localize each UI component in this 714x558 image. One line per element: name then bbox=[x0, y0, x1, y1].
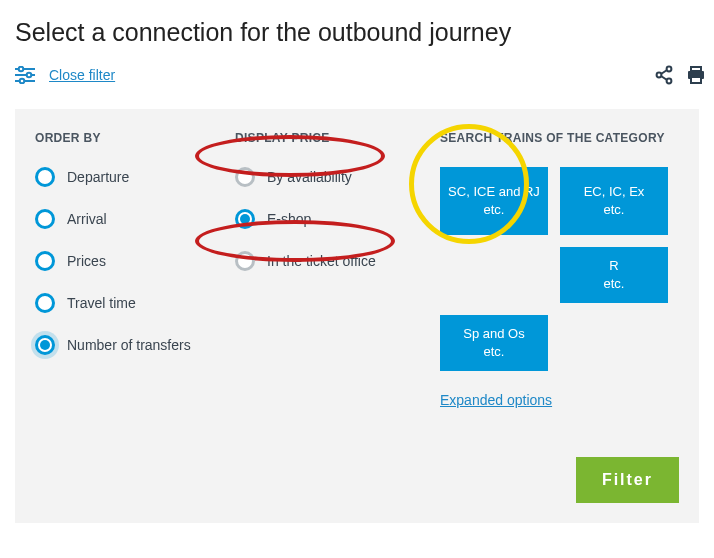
close-filter-link[interactable]: Close filter bbox=[49, 67, 115, 83]
svg-point-1 bbox=[19, 67, 24, 72]
radio-icon bbox=[235, 209, 255, 229]
radio-icon bbox=[235, 167, 255, 187]
radio-eshop[interactable]: E-shop bbox=[235, 209, 440, 229]
radio-arrival[interactable]: Arrival bbox=[35, 209, 235, 229]
category-heading: SEARCH TRAINS OF THE CATEGORY bbox=[440, 131, 679, 145]
svg-rect-13 bbox=[691, 77, 701, 83]
svg-line-10 bbox=[661, 76, 667, 80]
display-price-heading: DISPLAY PRICE bbox=[235, 131, 440, 145]
radio-label: Travel time bbox=[67, 295, 136, 311]
radio-travel-time[interactable]: Travel time bbox=[35, 293, 235, 313]
sliders-icon[interactable] bbox=[15, 66, 35, 84]
category-sc-ice-rj[interactable]: SC, ICE and RJetc. bbox=[440, 167, 548, 235]
category-ec-ic-ex[interactable]: EC, IC, Exetc. bbox=[560, 167, 668, 235]
radio-label: Prices bbox=[67, 253, 106, 269]
radio-label: By availability bbox=[267, 169, 352, 185]
order-by-section: ORDER BY Departure Arrival Prices Travel… bbox=[35, 131, 235, 409]
category-r[interactable]: Retc. bbox=[560, 247, 668, 303]
radio-label: E-shop bbox=[267, 211, 311, 227]
topbar: Close filter bbox=[0, 47, 714, 95]
filter-panel: ORDER BY Departure Arrival Prices Travel… bbox=[15, 109, 699, 523]
expanded-options-link[interactable]: Expanded options bbox=[440, 392, 552, 408]
filter-button[interactable]: Filter bbox=[576, 457, 679, 503]
share-icon[interactable] bbox=[654, 65, 674, 85]
radio-availability[interactable]: By availability bbox=[235, 167, 440, 187]
radio-label: Number of transfers bbox=[67, 337, 191, 353]
radio-label: Departure bbox=[67, 169, 129, 185]
radio-icon bbox=[35, 209, 55, 229]
svg-point-3 bbox=[27, 73, 32, 78]
radio-icon bbox=[35, 335, 55, 355]
svg-point-5 bbox=[20, 79, 25, 84]
category-section: SEARCH TRAINS OF THE CATEGORY SC, ICE an… bbox=[440, 131, 679, 409]
radio-prices[interactable]: Prices bbox=[35, 251, 235, 271]
svg-rect-11 bbox=[691, 67, 701, 71]
radio-label: Arrival bbox=[67, 211, 107, 227]
radio-icon bbox=[35, 167, 55, 187]
radio-ticket-office[interactable]: In the ticket office bbox=[235, 251, 440, 271]
print-icon[interactable] bbox=[686, 65, 706, 85]
display-price-section: DISPLAY PRICE By availability E-shop In … bbox=[235, 131, 440, 409]
radio-icon bbox=[35, 293, 55, 313]
order-by-heading: ORDER BY bbox=[35, 131, 235, 145]
radio-icon bbox=[235, 251, 255, 271]
category-sp-os[interactable]: Sp and Osetc. bbox=[440, 315, 548, 371]
radio-departure[interactable]: Departure bbox=[35, 167, 235, 187]
page-title: Select a connection for the outbound jou… bbox=[0, 0, 714, 47]
svg-line-9 bbox=[661, 70, 667, 74]
radio-icon bbox=[35, 251, 55, 271]
radio-transfers[interactable]: Number of transfers bbox=[35, 335, 235, 355]
radio-label: In the ticket office bbox=[267, 253, 376, 269]
